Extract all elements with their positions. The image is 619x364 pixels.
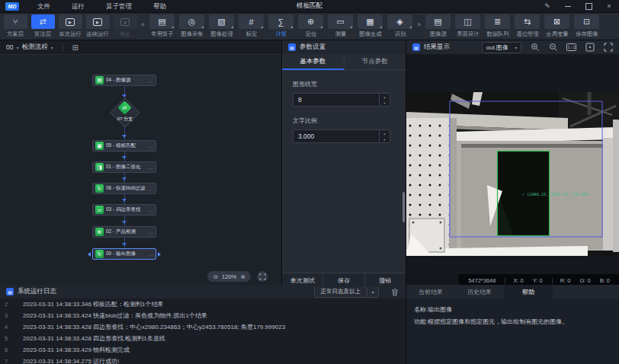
- tab-help[interactable]: 帮助: [504, 285, 553, 299]
- toolbar-button-run-once[interactable]: ▶ 单次运行: [56, 14, 84, 38]
- single-test-button[interactable]: 单次测试: [282, 273, 322, 287]
- close-button[interactable]: ×: [605, 2, 613, 10]
- text-scale-stepper[interactable]: ▴ ▾: [379, 130, 390, 142]
- toolbar-button-label: 算法层: [34, 30, 51, 37]
- menu-operator-management[interactable]: 算子管理: [95, 0, 143, 12]
- flow-node-output-image[interactable]: ↻ 00 - 输出图像 …: [92, 248, 156, 260]
- node-more-icon[interactable]: …: [148, 164, 153, 170]
- toolbar-category-calibration[interactable]: # 标定: [236, 14, 266, 38]
- flow-node-binarization[interactable]: ◨ 01 - 图像二值化 …: [92, 161, 156, 173]
- text-scale-input[interactable]: 3.000 ▴ ▾: [293, 129, 390, 143]
- toolbar-category-image-processing[interactable]: ▧ 图像处理: [207, 14, 236, 38]
- flow-node-label: 01 - 图像二值化: [106, 164, 146, 171]
- interface-design-icon: ◫: [455, 14, 480, 29]
- tab-current-result[interactable]: 当前结果: [406, 285, 455, 299]
- toolbar-tool-global-variables[interactable]: ⊠ 全局变量: [542, 14, 572, 38]
- toolbar-button-scheme-layer[interactable]: ⑂ 方案层: [2, 14, 29, 38]
- chevron-down-icon[interactable]: ▾: [16, 45, 18, 50]
- flow-tab-index[interactable]: 00: [6, 43, 13, 51]
- tab-history-result[interactable]: 历史结果: [455, 285, 504, 299]
- node-more-icon[interactable]: …: [148, 186, 153, 191]
- global-variables-icon: ⊠: [544, 14, 569, 29]
- save-button[interactable]: 保存: [322, 273, 364, 287]
- log-level-select[interactable]: 正常日志及以上 ▾: [314, 286, 380, 298]
- flow-canvas[interactable]: ▤ 04 - 图像源 … ⇄ 07 分支 … ▣ 05 - 模板匹配 … ◨ 0…: [0, 55, 281, 287]
- fullscreen-icon[interactable]: [603, 43, 613, 53]
- parameter-footer: 单次测试 保存 撤销: [282, 273, 406, 287]
- fit-image-icon[interactable]: [585, 43, 595, 53]
- flow-node-product-detect[interactable]: ⊕ 02 - 产品检测 …: [92, 226, 156, 238]
- tab-basic-params[interactable]: 基本参数: [282, 54, 344, 69]
- data-queue-icon: ≣: [485, 14, 510, 29]
- one-to-one-icon[interactable]: 1:1: [566, 43, 576, 53]
- zoom-in-icon[interactable]: [530, 43, 540, 53]
- chevron-down-icon: ▾: [367, 287, 378, 297]
- toolbar-category-common-operators[interactable]: ▤ 常用算子: [147, 14, 177, 38]
- node-more-icon[interactable]: …: [148, 78, 153, 83]
- fit-view-button[interactable]: [257, 271, 268, 282]
- toolbar-tool-communication[interactable]: ⇆ 通信管理: [512, 14, 542, 38]
- toolbar-category-recognition[interactable]: ◈ 识别: [385, 14, 415, 38]
- menu-file[interactable]: 文件: [27, 0, 61, 12]
- toolbar-category-image-generation[interactable]: ▦ 图像生成: [355, 14, 385, 38]
- collapse-right-icon[interactable]: »: [417, 21, 421, 28]
- toolbar-button-stop[interactable]: ■ 停止: [111, 14, 139, 38]
- zoom-out-icon[interactable]: [548, 43, 558, 53]
- spin-up-icon[interactable]: ▴: [380, 94, 390, 100]
- log-row: 2 2023-03-31 14:38:33.346 模板匹配：检测到1个结果: [0, 299, 406, 310]
- log-rows[interactable]: 2 2023-03-31 14:38:33.346 模板匹配：检测到1个结果 3…: [0, 299, 406, 364]
- flow-node-quad-find[interactable]: ▱ 03 - 四边形查找 …: [92, 204, 156, 216]
- toolbar-category-measurement[interactable]: ▭ 测量: [326, 14, 355, 38]
- menu-help[interactable]: 帮助: [143, 0, 177, 12]
- collapse-left-icon[interactable]: «: [141, 21, 145, 28]
- minimize-button[interactable]: [564, 2, 572, 10]
- toolbar-button-algorithm-layer[interactable]: ⇄ 算法层: [29, 14, 56, 38]
- spin-up-icon[interactable]: ▴: [380, 130, 390, 136]
- node-more-icon[interactable]: …: [148, 251, 153, 257]
- log-row-number: 2: [0, 301, 12, 308]
- toolbar-tool-save-image[interactable]: ⊡ 保存图像: [572, 14, 601, 38]
- node-more-icon[interactable]: …: [148, 229, 153, 235]
- add-flow-tab-icon[interactable]: ⊞: [72, 43, 79, 52]
- log-row-text: 2023-03-31 14:38:34.275 运行成功!: [12, 357, 119, 364]
- output-image-node-icon: ↻: [95, 250, 104, 258]
- undo-button[interactable]: 撤销: [364, 273, 406, 287]
- main-toolbar: ⑂ 方案层 ⇄ 算法层 ▶ 单次运行 ▶ 连续运行 ■ 停止 « ▤ 常用算子 …: [0, 13, 619, 40]
- parameter-scrollbar[interactable]: [403, 192, 405, 222]
- zoom-out-icon[interactable]: ⊖: [213, 273, 218, 280]
- feedback-icon[interactable]: ✎: [544, 2, 551, 10]
- flow-node-label: 06 - 快速blob过滤: [106, 185, 146, 192]
- toolbar-tool-label: 界面设计: [457, 30, 479, 37]
- toolbar-tool-data-queue[interactable]: ≣ 数据队列: [483, 14, 512, 38]
- flow-node-blob-filter[interactable]: ↻ 06 - 快速blob过滤 …: [92, 183, 156, 194]
- menu-run[interactable]: 运行: [61, 0, 95, 12]
- toolbar-tool-label: 数据队列: [486, 30, 508, 37]
- flow-panel: 00 ▾ 检测流程 ▾ ⊞ ▤ 04 - 图像源 …: [0, 40, 281, 287]
- toolbar-button-run-continuous[interactable]: ▶ 连续运行: [84, 14, 111, 38]
- node-more-icon[interactable]: …: [102, 122, 148, 126]
- result-source-select[interactable]: out.图像 ▾: [482, 42, 521, 53]
- maximize-button[interactable]: [585, 2, 592, 10]
- flow-node-image-source[interactable]: ▤ 04 - 图像源 …: [92, 75, 156, 86]
- toolbar-category-calculation[interactable]: ∑ 计算: [266, 14, 296, 38]
- line-width-input[interactable]: 8 ▴ ▾: [293, 93, 390, 107]
- chevron-down-icon[interactable]: ▾: [50, 45, 53, 50]
- toolbar-tool-image-source[interactable]: ▤ 图像源: [423, 14, 453, 38]
- main-row: 00 ▾ 检测流程 ▾ ⊞ ▤ 04 - 图像源 …: [0, 40, 619, 284]
- toolbar-tool-interface-design[interactable]: ◫ 界面设计: [453, 14, 483, 38]
- tab-node-params[interactable]: 节点参数: [344, 54, 406, 69]
- node-more-icon[interactable]: …: [148, 143, 153, 148]
- line-width-stepper[interactable]: ▴ ▾: [379, 94, 390, 106]
- zoom-in-icon[interactable]: ⊕: [240, 273, 245, 280]
- spin-down-icon[interactable]: ▾: [380, 136, 390, 142]
- flow-tab-title[interactable]: 检测流程: [21, 43, 47, 52]
- spin-down-icon[interactable]: ▾: [380, 100, 390, 106]
- toolbar-category-image-acquisition[interactable]: ◎ 图像采集: [177, 14, 207, 38]
- line-width-value: 8: [293, 96, 379, 104]
- node-more-icon[interactable]: …: [148, 207, 153, 212]
- positioning-icon: ⊕: [298, 14, 323, 29]
- clear-log-icon[interactable]: [390, 287, 399, 296]
- flow-node-template-match[interactable]: ▣ 05 - 模板匹配 …: [92, 140, 156, 152]
- toolbar-category-positioning[interactable]: ⊕ 定位: [296, 14, 326, 38]
- result-image-canvas[interactable]: ✓ (2980.23, 2453.78, 179.99): [406, 54, 619, 274]
